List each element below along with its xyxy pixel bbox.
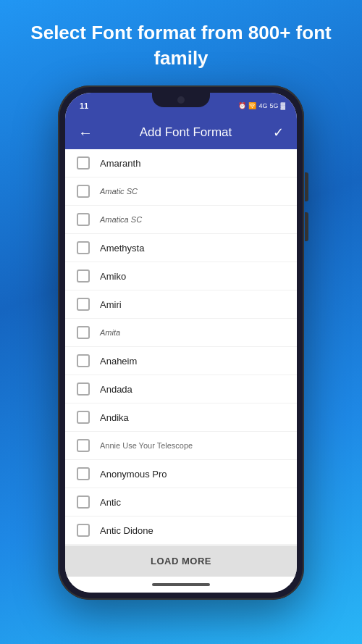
font-list-item[interactable]: Amatica SC — [65, 206, 297, 234]
confirm-button[interactable]: ✓ — [270, 122, 287, 143]
status-time: 11 — [80, 101, 88, 110]
signal2-icon: 5G — [269, 102, 278, 109]
font-checkbox[interactable] — [77, 467, 90, 480]
font-name-label: Anaheim — [100, 356, 137, 367]
font-name-label: Andada — [100, 384, 132, 395]
font-list-item[interactable]: Andika — [65, 403, 297, 432]
battery-icon: ▓ — [280, 102, 285, 109]
status-bar: 11 ⏰ 🛜 4G 5G ▓ — [65, 93, 297, 116]
home-bar — [152, 583, 210, 586]
home-indicator — [65, 577, 297, 593]
font-checkbox[interactable] — [77, 524, 90, 537]
font-list-item[interactable]: Amethysta — [65, 234, 297, 262]
font-checkbox[interactable] — [77, 326, 90, 339]
font-name-label: Andika — [100, 412, 129, 423]
font-checkbox[interactable] — [77, 185, 90, 198]
font-list-item[interactable]: Amiri — [65, 290, 297, 319]
font-checkbox[interactable] — [77, 411, 90, 424]
font-name-label: Amita — [100, 328, 120, 337]
volume-up-button[interactable] — [305, 172, 308, 201]
font-name-label: Anonymous Pro — [100, 469, 167, 480]
phone-screen: 11 ⏰ 🛜 4G 5G ▓ ← Add Font Format ✓ Amara… — [65, 93, 297, 593]
font-checkbox[interactable] — [77, 298, 90, 311]
font-list-item[interactable]: Anaheim — [65, 347, 297, 375]
font-list-item[interactable]: Andada — [65, 375, 297, 403]
font-list-item[interactable]: Antic Didone — [65, 517, 297, 545]
font-checkbox[interactable] — [77, 269, 90, 283]
font-checkbox[interactable] — [77, 241, 90, 254]
font-name-label: Antic — [100, 497, 121, 508]
phone-wrapper: 11 ⏰ 🛜 4G 5G ▓ ← Add Font Format ✓ Amara… — [58, 85, 304, 600]
font-checkbox[interactable] — [77, 382, 90, 396]
wifi-icon: 🛜 — [248, 102, 256, 109]
alarm-icon: ⏰ — [238, 102, 246, 109]
font-checkbox[interactable] — [77, 495, 90, 509]
font-list: AmaranthAmatic SCAmatica SCAmethystaAmik… — [65, 149, 297, 545]
back-button[interactable]: ← — [75, 122, 96, 144]
font-name-label: Annie Use Your Telescope — [100, 441, 193, 450]
font-name-label: Amaranth — [100, 158, 140, 169]
volume-down-button[interactable] — [305, 212, 308, 241]
font-checkbox[interactable] — [77, 213, 90, 226]
font-checkbox[interactable] — [77, 354, 90, 367]
font-list-item[interactable]: Anonymous Pro — [65, 460, 297, 488]
font-list-item[interactable]: Amaranth — [65, 149, 297, 177]
status-icons: ⏰ 🛜 4G 5G ▓ — [238, 102, 285, 109]
font-list-item[interactable]: Amatic SC — [65, 177, 297, 206]
font-name-label: Amiri — [100, 299, 122, 310]
font-list-item[interactable]: Amita — [65, 319, 297, 347]
font-list-item[interactable]: Amiko — [65, 262, 297, 290]
font-list-item[interactable]: Annie Use Your Telescope — [65, 432, 297, 460]
font-checkbox[interactable] — [77, 156, 90, 170]
font-name-label: Amatic SC — [100, 187, 138, 196]
font-name-label: Amethysta — [100, 243, 144, 254]
font-checkbox[interactable] — [77, 439, 90, 452]
font-list-item[interactable]: Antic — [65, 488, 297, 517]
page-header-text: Select Font format from 800+ font family — [0, 0, 362, 85]
font-name-label: Amiko — [100, 271, 126, 282]
signal-icon: 4G — [258, 102, 267, 109]
font-name-label: Amatica SC — [100, 215, 142, 224]
load-more-button[interactable]: LOAD MORE — [65, 545, 297, 577]
app-bar-title: Add Font Format — [101, 125, 270, 140]
font-name-label: Antic Didone — [100, 525, 153, 536]
app-bar: ← Add Font Format ✓ — [65, 116, 297, 149]
